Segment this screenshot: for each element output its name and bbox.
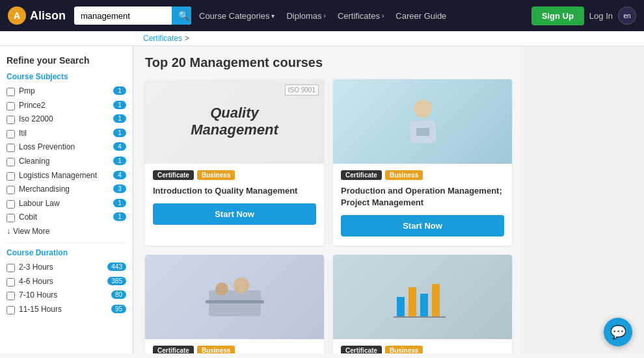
chat-bubble[interactable]: 💬 [604, 318, 632, 346]
filter-item-2-3h: 2-3 Hours 443 [7, 262, 126, 273]
filter-count-labour-law: 1 [113, 199, 126, 207]
filter-count-loss-prevention: 4 [113, 142, 126, 151]
filter-count-7-10h: 80 [111, 290, 126, 299]
filter-item-cleaning: Cleaning 1 [7, 157, 126, 167]
svg-rect-6 [206, 300, 264, 303]
main-nav: Course Categories ▾ Diplomas › Certifica… [199, 11, 524, 21]
filter-label-merchandising: Merchandising [19, 185, 109, 195]
filter-count-cleaning: 1 [113, 157, 126, 165]
filter-checkbox-7-10h[interactable] [7, 292, 15, 300]
filter-checkbox-prince2[interactable] [7, 102, 15, 110]
filter-checkbox-labour-law[interactable] [7, 200, 15, 209]
filter-checkbox-pmp[interactable] [7, 88, 15, 96]
svg-rect-2 [416, 128, 429, 136]
filter-item-prince2: Prince2 1 [7, 101, 126, 111]
view-more-link[interactable]: ↓ View More [7, 227, 126, 236]
breadcrumb: Certificates > [0, 31, 644, 46]
filter-count-4-6h: 385 [107, 277, 126, 285]
filter-item-cobit: Cobit 1 [7, 212, 126, 223]
filter-checkbox-itil[interactable] [7, 130, 15, 138]
charts-illustration [390, 271, 455, 323]
filter-label-itil: Itil [19, 129, 109, 139]
course-body-2: Certificate Business Production and Oper… [333, 164, 512, 246]
filter-item-4-6h: 4-6 Hours 385 [7, 277, 126, 287]
filter-count-pmp: 1 [113, 86, 126, 95]
filter-label-7-10h: 7-10 Hours [19, 290, 107, 301]
filter-label-iso22000: Iso 22000 [19, 114, 109, 125]
filter-label-pmp: Pmp [19, 86, 109, 97]
filter-label-logistics: Logistics Management [19, 171, 109, 181]
badge-certificate-1: Certificate [153, 170, 194, 180]
svg-point-4 [215, 283, 228, 296]
course-image-4 [333, 255, 512, 339]
badge-row-2: Certificate Business [341, 170, 504, 180]
badge-certificate-3: Certificate [153, 346, 194, 353]
svg-point-5 [234, 277, 249, 293]
nav-diplomas[interactable]: Diplomas › [286, 11, 326, 21]
person-illustration [403, 96, 442, 147]
filter-label-11-15h: 11-15 Hours [19, 305, 107, 315]
filter-count-merchandising: 3 [113, 185, 126, 193]
svg-rect-8 [409, 287, 416, 316]
breadcrumb-certificates[interactable]: Certificates [143, 34, 182, 43]
filter-checkbox-iso22000[interactable] [7, 116, 15, 124]
start-now-button-1[interactable]: Start Now [153, 203, 316, 225]
course-card-3: Certificate Business [145, 255, 324, 353]
sidebar: Refine your Search Course Subjects Pmp 1… [0, 46, 133, 353]
badge-row-4: Certificate Business [341, 346, 504, 353]
course-image-2 [333, 79, 512, 164]
course-card-2: Certificate Business Production and Oper… [333, 79, 512, 246]
filter-checkbox-cleaning[interactable] [7, 158, 15, 166]
filter-checkbox-logistics[interactable] [7, 172, 15, 181]
search-bar: 🔍 [74, 6, 191, 25]
svg-rect-7 [397, 297, 405, 316]
search-button[interactable]: 🔍 [172, 6, 191, 25]
filter-label-labour-law: Labour Law [19, 199, 109, 209]
course-body-1: Certificate Business Introduction to Qua… [145, 164, 324, 234]
right-panel [524, 46, 644, 353]
filter-label-4-6h: 4-6 Hours [19, 277, 103, 287]
login-button[interactable]: Log In [589, 11, 613, 21]
course-body-4: Certificate Business [333, 339, 512, 353]
filter-item-logistics: Logistics Management 4 [7, 171, 126, 181]
logo[interactable]: A Alison [8, 6, 66, 25]
badge-row-3: Certificate Business [153, 346, 316, 353]
page-title: Top 20 Management courses [145, 55, 512, 70]
filter-item-iso22000: Iso 22000 1 [7, 114, 126, 125]
language-selector[interactable]: en [618, 6, 636, 25]
filter-checkbox-11-15h[interactable] [7, 306, 15, 314]
badge-row-1: Certificate Business [153, 170, 316, 180]
course-card-4: Certificate Business [333, 255, 512, 353]
filter-count-itil: 1 [113, 129, 126, 137]
filter-label-prince2: Prince2 [19, 101, 109, 111]
svg-rect-10 [432, 284, 440, 316]
header-actions: Sign Up Log In en [531, 6, 636, 25]
badge-business-1: Business [197, 170, 235, 180]
filter-count-11-15h: 95 [111, 305, 126, 313]
start-now-button-2[interactable]: Start Now [341, 215, 504, 237]
filter-label-2-3h: 2-3 Hours [19, 262, 103, 273]
courses-grid: QualityManagement ISO 9001 Certificate B… [145, 79, 512, 353]
filter-checkbox-2-3h[interactable] [7, 264, 15, 272]
filter-item-merchandising: Merchandising 3 [7, 185, 126, 195]
nav-certificates[interactable]: Certificates › [338, 11, 384, 21]
filter-checkbox-loss-prevention[interactable] [7, 144, 15, 152]
filter-checkbox-4-6h[interactable] [7, 278, 15, 287]
nav-course-categories[interactable]: Course Categories ▾ [199, 11, 275, 21]
filter-checkbox-merchandising[interactable] [7, 186, 15, 194]
signup-button[interactable]: Sign Up [531, 6, 584, 25]
course-card-1: QualityManagement ISO 9001 Certificate B… [145, 79, 324, 246]
course-duration-heading: Course Duration [7, 248, 126, 257]
filter-label-cobit: Cobit [19, 212, 109, 223]
filter-item-11-15h: 11-15 Hours 95 [7, 305, 126, 315]
filter-item-itil: Itil 1 [7, 129, 126, 139]
svg-point-0 [414, 99, 432, 118]
filter-checkbox-cobit[interactable] [7, 214, 15, 222]
filter-item-7-10h: 7-10 Hours 80 [7, 290, 126, 301]
badge-business-2: Business [385, 170, 423, 180]
meeting-illustration [202, 271, 267, 323]
nav-career-guide[interactable]: Career Guide [396, 11, 446, 21]
badge-business-3: Business [197, 346, 235, 353]
refine-title: Refine your Search [7, 55, 126, 66]
search-input[interactable] [74, 7, 172, 25]
